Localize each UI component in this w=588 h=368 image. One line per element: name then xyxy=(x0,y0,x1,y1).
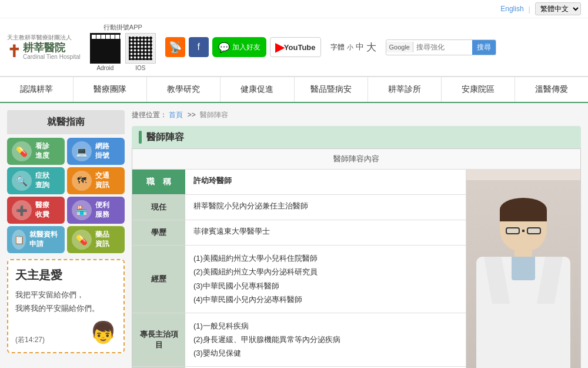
font-size-controls: 字體 小 中 大 xyxy=(330,41,376,54)
social-icons: 📡 f 💬加入好友 ▶YouTube xyxy=(165,37,321,57)
medicine-label: 藥品資訊 xyxy=(95,230,109,248)
nav-item-1[interactable]: 認識耕莘 xyxy=(0,77,74,102)
traffic-icon: 🗺 xyxy=(72,171,92,191)
main-content: 捷徑位置： 首頁 >> 醫師陣容 醫師陣容 醫師陣容內容 職 稱 許幼玲醫師 xyxy=(132,110,581,368)
font-large-btn[interactable]: 大 xyxy=(366,41,376,54)
breadcrumb-separator: >> xyxy=(188,111,196,119)
org-name: 天主教耕莘醫療財團法人 xyxy=(7,34,72,42)
hospital-name-english: Cardinal Tien Hospital xyxy=(23,54,81,60)
hospital-name-chinese: 耕莘醫院 xyxy=(23,42,81,54)
specialty-value: (1)一般兒科疾病 (2)身長遲緩、甲狀腺機能異常等內分泌疾病 (3)嬰幼兒保健 xyxy=(185,313,466,366)
convenience-label: 便利服務 xyxy=(95,201,109,219)
faith-text: 我把平安留給你們， 我將我的平安賜給你們。 xyxy=(15,288,116,316)
convenience-icon: 🏪 xyxy=(72,200,92,220)
breadcrumb: 捷徑位置： 首頁 >> 醫師陣容 xyxy=(132,110,581,120)
nav-item-4[interactable]: 健康促進 xyxy=(220,77,294,102)
table-header: 醫師陣容內容 xyxy=(132,149,580,170)
section-title: 醫師陣容 xyxy=(146,131,184,144)
experience-row: 經歷 (1)美國紐約州立大學小兒科住院醫師 (2)美國紐約州立大學內分泌科研究員… xyxy=(132,246,466,313)
specialty-label: 專長主治項目 xyxy=(132,313,185,366)
adroid-label: Adroid xyxy=(96,65,113,71)
symptom-label: 症狀查詢 xyxy=(35,171,49,190)
nav-item-8[interactable]: 溫醫傳愛 xyxy=(515,77,588,102)
breadcrumb-current: 醫師陣容 xyxy=(200,111,228,119)
sidebar-item-medical-fee[interactable]: ➕ 醫療收費 xyxy=(7,197,65,224)
current-position-row: 現任 耕莘醫院小兒內分泌兼任主治醫師 xyxy=(132,195,466,220)
sidebar-item-traffic[interactable]: 🗺 交通資訊 xyxy=(67,167,125,194)
search-form: Google 搜尋 xyxy=(386,39,496,55)
faith-verse: (若14:27) xyxy=(15,335,45,345)
nav-item-7[interactable]: 安康院區 xyxy=(442,77,515,102)
ios-label: IOS xyxy=(135,65,145,71)
medical-fee-icon: ➕ xyxy=(12,200,32,220)
faith-child-illustration: 👦 xyxy=(90,320,116,345)
education-value: 菲律賓遠東大學醫學士 xyxy=(185,220,466,245)
breadcrumb-label: 捷徑位置： xyxy=(132,111,167,119)
specialty-row: 專長主治項目 (1)一般兒科疾病 (2)身長遲緩、甲狀腺機能異常等內分泌疾病 (… xyxy=(132,313,466,367)
medicine-icon: 💊 xyxy=(72,230,92,250)
medical-fee-label: 醫療收費 xyxy=(35,201,49,219)
breadcrumb-home[interactable]: 首頁 xyxy=(169,111,183,119)
main-nav: 認識耕莘 醫療團隊 教學研究 健康促進 醫品暨病安 耕莘診所 安康院區 溫醫傳愛 xyxy=(0,77,588,103)
hospital-logo: 天主教耕莘醫療財團法人 ✝ 耕莘醫院 Cardinal Tien Hospita… xyxy=(7,34,81,61)
faith-title: 天主是愛 xyxy=(15,267,116,283)
appointment-icon: 💊 xyxy=(12,141,32,161)
doctor-title-row: 職 稱 許幼玲醫師 xyxy=(132,170,466,195)
sidebar-item-registration[interactable]: 📋 就醫資料申請 xyxy=(7,226,65,253)
sidebar: 就醫指南 💊 看診進度 💻 網路掛號 🔍 症狀查詢 🗺 交通資訊 xyxy=(7,110,125,368)
section-bar xyxy=(139,131,142,144)
cross-icon: ✝ xyxy=(7,42,21,61)
youtube-icon[interactable]: ▶YouTube xyxy=(270,37,321,57)
sidebar-item-convenience[interactable]: 🏪 便利服務 xyxy=(67,197,125,224)
experience-label: 經歷 xyxy=(132,246,185,313)
education-label: 學歷 xyxy=(132,220,185,245)
education-row: 學歷 菲律賓遠東大學醫學士 xyxy=(132,220,466,246)
nav-item-3[interactable]: 教學研究 xyxy=(147,77,220,102)
google-label: Google xyxy=(386,42,413,52)
section-header: 醫師陣容 xyxy=(132,126,581,148)
english-lang-link[interactable]: English xyxy=(500,5,523,13)
lang-separator: | xyxy=(529,5,530,14)
doctor-photo xyxy=(466,170,580,368)
traffic-label: 交通資訊 xyxy=(95,171,109,190)
nav-item-2[interactable]: 醫療團隊 xyxy=(74,77,147,102)
doctor-title-label: 職 稱 xyxy=(132,170,185,194)
symptom-icon: 🔍 xyxy=(12,171,32,191)
online-query-icon: 💻 xyxy=(72,141,92,161)
font-size-label: 字體 xyxy=(330,42,345,52)
nav-item-5[interactable]: 醫品暨病安 xyxy=(295,77,368,102)
rss-icon[interactable]: 📡 xyxy=(165,37,185,57)
search-button[interactable]: 搜尋 xyxy=(472,40,496,55)
line-icon[interactable]: 💬加入好友 xyxy=(212,37,266,57)
sidebar-item-appointment[interactable]: 💊 看診進度 xyxy=(7,138,65,165)
font-small-btn[interactable]: 小 xyxy=(347,43,353,52)
nav-item-6[interactable]: 耕莘診所 xyxy=(368,77,442,102)
experience-value: (1)美國紐約州立大學小兒科住院醫師 (2)美國紐約州立大學內分泌科研究員 (3… xyxy=(185,246,466,313)
search-input[interactable] xyxy=(413,41,472,53)
appointment-label: 看診進度 xyxy=(35,142,49,160)
sidebar-item-online-query[interactable]: 💻 網路掛號 xyxy=(67,138,125,165)
lang-select[interactable]: 繁體中文 xyxy=(535,2,581,15)
faith-box: 天主是愛 我把平安留給你們， 我將我的平安賜給你們。 (若14:27) 👦 xyxy=(7,259,125,353)
app-banner-title: 行動掛號APP xyxy=(103,23,142,32)
sidebar-item-symptom[interactable]: 🔍 症狀查詢 xyxy=(7,167,65,194)
doctor-info-section: 職 稱 許幼玲醫師 現任 耕莘醫院小兒內分泌兼任主治醫師 學歷 菲律賓遠東大學醫… xyxy=(132,170,466,368)
sidebar-item-medicine[interactable]: 💊 藥品資訊 xyxy=(67,226,125,253)
registration-label: 就醫資料申請 xyxy=(29,230,60,248)
font-medium-btn[interactable]: 中 xyxy=(356,42,364,52)
current-position-value: 耕莘醫院小兒內分泌兼任主治醫師 xyxy=(185,195,466,220)
app-banner: 行動掛號APP Adroid IOS xyxy=(90,23,156,71)
sidebar-title: 就醫指南 xyxy=(7,110,125,134)
doctor-title-value: 許幼玲醫師 xyxy=(185,170,466,194)
qr-adroid[interactable] xyxy=(90,33,121,64)
current-position-label: 現任 xyxy=(132,195,185,220)
online-query-label: 網路掛號 xyxy=(95,142,109,160)
facebook-icon[interactable]: f xyxy=(189,37,209,57)
qr-ios[interactable] xyxy=(125,33,156,64)
doctor-table: 醫師陣容內容 職 稱 許幼玲醫師 現任 耕莘醫院小兒內分泌兼任主治醫師 xyxy=(132,148,581,368)
registration-icon: 📋 xyxy=(12,230,26,250)
